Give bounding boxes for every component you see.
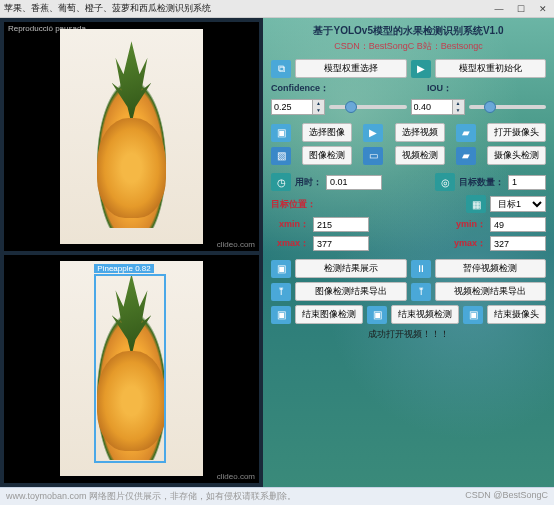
export-image-icon[interactable]: ⤒ <box>271 283 291 301</box>
camera-icon[interactable]: ▰ <box>456 124 476 142</box>
iou-spinner[interactable]: ▲▼ <box>411 99 465 115</box>
footer-left: www.toymoban.com 网络图片仅供展示，非存储，如有侵权请联系删除。 <box>6 490 296 503</box>
iou-label: IOU： <box>427 82 452 95</box>
image-icon[interactable]: ▣ <box>271 124 291 142</box>
open-camera-button[interactable]: 打开摄像头 <box>487 123 546 142</box>
end-camera-icon[interactable]: ▣ <box>463 306 483 324</box>
clideo-watermark: clideo.com <box>217 240 255 249</box>
video-detect-icon[interactable]: ▭ <box>363 147 383 165</box>
pause-video-button[interactable]: 暂停视频检测 <box>435 259 547 278</box>
minimize-button[interactable]: — <box>492 4 506 14</box>
count-label: 目标数量： <box>459 176 504 189</box>
export-video-icon[interactable]: ⤒ <box>411 283 431 301</box>
status-text: 成功打开视频！！！ <box>271 328 546 341</box>
pineapple-image <box>82 45 182 228</box>
target-select[interactable]: 目标1 <box>490 196 546 212</box>
init-icon[interactable]: ▶ <box>411 60 431 78</box>
play-icon[interactable]: ▶ <box>363 124 383 142</box>
app-subtitle: CSDN：BestSongC B站：Bestsongc <box>271 40 546 53</box>
export-video-button[interactable]: 视频检测结果导出 <box>435 282 547 301</box>
end-video-button[interactable]: 结束视频检测 <box>391 305 459 324</box>
confidence-label: Confidence： <box>271 82 329 95</box>
iou-slider[interactable] <box>469 105 547 109</box>
image-detect-button[interactable]: 图像检测 <box>302 146 352 165</box>
control-panel: 基于YOLOv5模型的水果检测识别系统V1.0 CSDN：BestSongC B… <box>263 18 554 487</box>
ymax-field[interactable] <box>490 236 546 251</box>
confidence-spinner[interactable]: ▲▼ <box>271 99 325 115</box>
pause-icon[interactable]: ⏸ <box>411 260 431 278</box>
close-button[interactable]: ✕ <box>536 4 550 14</box>
end-camera-button[interactable]: 结束摄像头 <box>487 305 546 324</box>
footer-right: CSDN @BestSongC <box>465 490 548 503</box>
select-image-button[interactable]: 选择图像 <box>302 123 352 142</box>
app-title: 基于YOLOv5模型的水果检测识别系统V1.0 <box>271 24 546 38</box>
result-image-view: Pineapple 0.82 clideo.com <box>4 255 259 484</box>
window-title: 苹果、香蕉、葡萄、橙子、菠萝和西瓜检测识别系统 <box>4 2 492 15</box>
end-video-icon[interactable]: ▣ <box>367 306 387 324</box>
xmax-field[interactable] <box>313 236 369 251</box>
window-controls: — ☐ ✕ <box>492 4 550 14</box>
confidence-slider[interactable] <box>329 105 407 109</box>
clock-icon: ◷ <box>271 173 291 191</box>
source-image-view: Reproducció pausada clideo.com <box>4 22 259 251</box>
maximize-button[interactable]: ☐ <box>514 4 528 14</box>
confidence-input[interactable] <box>271 99 313 115</box>
export-image-button[interactable]: 图像检测结果导出 <box>295 282 407 301</box>
camera-detect-button[interactable]: 摄像头检测 <box>487 146 546 165</box>
detection-label: Pineapple 0.82 <box>94 264 153 273</box>
folder-icon[interactable]: ⧉ <box>271 60 291 78</box>
model-init-button[interactable]: 模型权重初始化 <box>435 59 547 78</box>
clideo-watermark-2: clideo.com <box>217 472 255 481</box>
model-select-button[interactable]: 模型权重选择 <box>295 59 407 78</box>
xmin-field[interactable] <box>313 217 369 232</box>
count-field[interactable] <box>508 175 546 190</box>
show-result-button[interactable]: 检测结果展示 <box>295 259 407 278</box>
detection-bbox: Pineapple 0.82 <box>94 274 165 463</box>
show-result-icon[interactable]: ▣ <box>271 260 291 278</box>
image-detect-icon[interactable]: ▧ <box>271 147 291 165</box>
grid-icon: ▦ <box>466 195 486 213</box>
spinner-arrows[interactable]: ▲▼ <box>453 99 465 115</box>
xmin-label: xmin： <box>271 218 309 231</box>
title-bar: 苹果、香蕉、葡萄、橙子、菠萝和西瓜检测识别系统 — ☐ ✕ <box>0 0 554 18</box>
ymin-field[interactable] <box>490 217 546 232</box>
time-label: 用时： <box>295 176 322 189</box>
end-image-icon[interactable]: ▣ <box>271 306 291 324</box>
end-image-button[interactable]: 结束图像检测 <box>295 305 363 324</box>
select-video-button[interactable]: 选择视频 <box>395 123 445 142</box>
preview-panel: Reproducció pausada clideo.com Pineapple… <box>0 18 263 487</box>
ymin-label: ymin： <box>448 218 486 231</box>
footer: www.toymoban.com 网络图片仅供展示，非存储，如有侵权请联系删除。… <box>0 488 554 505</box>
xmax-label: xmax： <box>271 237 309 250</box>
camera-detect-icon[interactable]: ▰ <box>456 147 476 165</box>
iou-input[interactable] <box>411 99 453 115</box>
spinner-arrows[interactable]: ▲▼ <box>313 99 325 115</box>
video-detect-button[interactable]: 视频检测 <box>395 146 445 165</box>
position-label: 目标位置： <box>271 198 316 211</box>
target-icon: ◎ <box>435 173 455 191</box>
time-field[interactable] <box>326 175 382 190</box>
ymax-label: ymax： <box>448 237 486 250</box>
